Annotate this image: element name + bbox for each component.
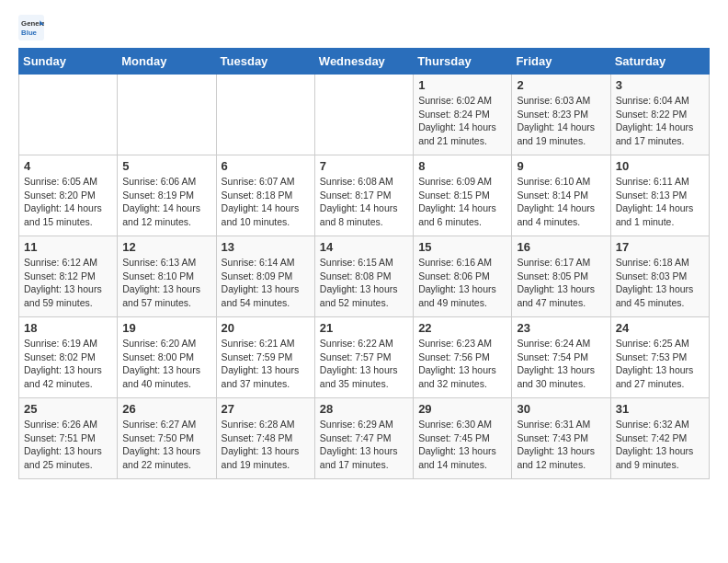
day-number: 8 — [418, 159, 506, 173]
day-number: 14 — [320, 240, 408, 254]
cell-info: Sunrise: 6:08 AM Sunset: 8:17 PM Dayligh… — [320, 175, 408, 229]
cell-info: Sunrise: 6:16 AM Sunset: 8:06 PM Dayligh… — [418, 256, 506, 310]
calendar-cell: 9Sunrise: 6:10 AM Sunset: 8:14 PM Daylig… — [512, 155, 610, 236]
cell-info: Sunrise: 6:04 AM Sunset: 8:22 PM Dayligh… — [616, 94, 704, 148]
weekday-header-monday: Monday — [118, 49, 216, 75]
day-number: 7 — [320, 159, 408, 173]
calendar-week-row: 18Sunrise: 6:19 AM Sunset: 8:02 PM Dayli… — [19, 317, 710, 398]
calendar-cell: 28Sunrise: 6:29 AM Sunset: 7:47 PM Dayli… — [314, 398, 413, 479]
day-number: 17 — [616, 240, 704, 254]
calendar-cell: 4Sunrise: 6:05 AM Sunset: 8:20 PM Daylig… — [19, 155, 118, 236]
day-number: 21 — [320, 321, 408, 335]
cell-info: Sunrise: 6:19 AM Sunset: 8:02 PM Dayligh… — [24, 337, 112, 391]
cell-info: Sunrise: 6:29 AM Sunset: 7:47 PM Dayligh… — [320, 418, 408, 472]
calendar-cell: 27Sunrise: 6:28 AM Sunset: 7:48 PM Dayli… — [216, 398, 314, 479]
day-number: 12 — [122, 240, 210, 254]
cell-info: Sunrise: 6:15 AM Sunset: 8:08 PM Dayligh… — [320, 256, 408, 310]
header: General Blue — [18, 15, 710, 40]
calendar-week-row: 4Sunrise: 6:05 AM Sunset: 8:20 PM Daylig… — [19, 155, 710, 236]
weekday-header-thursday: Thursday — [414, 49, 512, 75]
day-number: 3 — [616, 78, 704, 92]
cell-info: Sunrise: 6:20 AM Sunset: 8:00 PM Dayligh… — [122, 337, 210, 391]
cell-info: Sunrise: 6:06 AM Sunset: 8:19 PM Dayligh… — [122, 175, 210, 229]
day-number: 15 — [418, 240, 506, 254]
weekday-header-friday: Friday — [512, 49, 610, 75]
cell-info: Sunrise: 6:23 AM Sunset: 7:56 PM Dayligh… — [418, 337, 506, 391]
day-number: 24 — [616, 321, 704, 335]
day-number: 23 — [517, 321, 605, 335]
calendar-cell: 8Sunrise: 6:09 AM Sunset: 8:15 PM Daylig… — [414, 155, 512, 236]
calendar-cell: 7Sunrise: 6:08 AM Sunset: 8:17 PM Daylig… — [314, 155, 413, 236]
day-number: 4 — [24, 159, 112, 173]
calendar-cell: 13Sunrise: 6:14 AM Sunset: 8:09 PM Dayli… — [216, 236, 314, 317]
cell-info: Sunrise: 6:18 AM Sunset: 8:03 PM Dayligh… — [616, 256, 704, 310]
cell-info: Sunrise: 6:17 AM Sunset: 8:05 PM Dayligh… — [517, 256, 605, 310]
day-number: 29 — [418, 402, 506, 416]
day-number: 25 — [24, 402, 112, 416]
calendar-cell: 1Sunrise: 6:02 AM Sunset: 8:24 PM Daylig… — [414, 75, 512, 155]
calendar-table: SundayMondayTuesdayWednesdayThursdayFrid… — [18, 48, 710, 479]
calendar-cell: 15Sunrise: 6:16 AM Sunset: 8:06 PM Dayli… — [414, 236, 512, 317]
calendar-cell: 30Sunrise: 6:31 AM Sunset: 7:43 PM Dayli… — [512, 398, 610, 479]
weekday-header-tuesday: Tuesday — [216, 49, 314, 75]
cell-info: Sunrise: 6:09 AM Sunset: 8:15 PM Dayligh… — [418, 175, 506, 229]
day-number: 13 — [222, 240, 310, 254]
weekday-header-wednesday: Wednesday — [314, 49, 413, 75]
cell-info: Sunrise: 6:03 AM Sunset: 8:23 PM Dayligh… — [517, 94, 605, 148]
calendar-cell: 21Sunrise: 6:22 AM Sunset: 7:57 PM Dayli… — [314, 317, 413, 398]
logo-icon: General Blue — [18, 15, 44, 40]
calendar-cell: 26Sunrise: 6:27 AM Sunset: 7:50 PM Dayli… — [118, 398, 216, 479]
calendar-cell: 24Sunrise: 6:25 AM Sunset: 7:53 PM Dayli… — [610, 317, 709, 398]
calendar-cell: 12Sunrise: 6:13 AM Sunset: 8:10 PM Dayli… — [118, 236, 216, 317]
cell-info: Sunrise: 6:05 AM Sunset: 8:20 PM Dayligh… — [24, 175, 112, 229]
day-number: 9 — [517, 159, 605, 173]
calendar-cell: 6Sunrise: 6:07 AM Sunset: 8:18 PM Daylig… — [216, 155, 314, 236]
cell-info: Sunrise: 6:27 AM Sunset: 7:50 PM Dayligh… — [122, 418, 210, 472]
day-number: 11 — [24, 240, 112, 254]
calendar-cell: 31Sunrise: 6:32 AM Sunset: 7:42 PM Dayli… — [610, 398, 709, 479]
day-number: 28 — [320, 402, 408, 416]
calendar-cell — [314, 75, 413, 155]
weekday-header-saturday: Saturday — [610, 49, 709, 75]
calendar-week-row: 25Sunrise: 6:26 AM Sunset: 7:51 PM Dayli… — [19, 398, 710, 479]
calendar-cell: 19Sunrise: 6:20 AM Sunset: 8:00 PM Dayli… — [118, 317, 216, 398]
calendar-week-row: 1Sunrise: 6:02 AM Sunset: 8:24 PM Daylig… — [19, 75, 710, 155]
calendar-cell — [19, 75, 118, 155]
calendar-cell: 10Sunrise: 6:11 AM Sunset: 8:13 PM Dayli… — [610, 155, 709, 236]
svg-text:Blue: Blue — [21, 29, 38, 37]
cell-info: Sunrise: 6:25 AM Sunset: 7:53 PM Dayligh… — [616, 337, 704, 391]
calendar-cell: 3Sunrise: 6:04 AM Sunset: 8:22 PM Daylig… — [610, 75, 709, 155]
day-number: 31 — [616, 402, 704, 416]
cell-info: Sunrise: 6:14 AM Sunset: 8:09 PM Dayligh… — [222, 256, 310, 310]
cell-info: Sunrise: 6:32 AM Sunset: 7:42 PM Dayligh… — [616, 418, 704, 472]
calendar-cell: 29Sunrise: 6:30 AM Sunset: 7:45 PM Dayli… — [414, 398, 512, 479]
calendar-cell: 5Sunrise: 6:06 AM Sunset: 8:19 PM Daylig… — [118, 155, 216, 236]
day-number: 1 — [418, 78, 506, 92]
calendar-cell: 11Sunrise: 6:12 AM Sunset: 8:12 PM Dayli… — [19, 236, 118, 317]
calendar-week-row: 11Sunrise: 6:12 AM Sunset: 8:12 PM Dayli… — [19, 236, 710, 317]
day-number: 22 — [418, 321, 506, 335]
weekday-header-sunday: Sunday — [19, 49, 118, 75]
cell-info: Sunrise: 6:10 AM Sunset: 8:14 PM Dayligh… — [517, 175, 605, 229]
cell-info: Sunrise: 6:02 AM Sunset: 8:24 PM Dayligh… — [418, 94, 506, 148]
calendar-cell: 20Sunrise: 6:21 AM Sunset: 7:59 PM Dayli… — [216, 317, 314, 398]
calendar-cell: 16Sunrise: 6:17 AM Sunset: 8:05 PM Dayli… — [512, 236, 610, 317]
day-number: 19 — [122, 321, 210, 335]
calendar-cell — [118, 75, 216, 155]
cell-info: Sunrise: 6:11 AM Sunset: 8:13 PM Dayligh… — [616, 175, 704, 229]
day-number: 5 — [122, 159, 210, 173]
day-number: 10 — [616, 159, 704, 173]
calendar-cell: 2Sunrise: 6:03 AM Sunset: 8:23 PM Daylig… — [512, 75, 610, 155]
day-number: 20 — [222, 321, 310, 335]
calendar-cell: 22Sunrise: 6:23 AM Sunset: 7:56 PM Dayli… — [414, 317, 512, 398]
cell-info: Sunrise: 6:30 AM Sunset: 7:45 PM Dayligh… — [418, 418, 506, 472]
calendar-cell: 25Sunrise: 6:26 AM Sunset: 7:51 PM Dayli… — [19, 398, 118, 479]
logo: General Blue — [18, 15, 48, 40]
cell-info: Sunrise: 6:26 AM Sunset: 7:51 PM Dayligh… — [24, 418, 112, 472]
day-number: 2 — [517, 78, 605, 92]
cell-info: Sunrise: 6:24 AM Sunset: 7:54 PM Dayligh… — [517, 337, 605, 391]
cell-info: Sunrise: 6:13 AM Sunset: 8:10 PM Dayligh… — [122, 256, 210, 310]
calendar-cell: 14Sunrise: 6:15 AM Sunset: 8:08 PM Dayli… — [314, 236, 413, 317]
day-number: 30 — [517, 402, 605, 416]
calendar-cell: 18Sunrise: 6:19 AM Sunset: 8:02 PM Dayli… — [19, 317, 118, 398]
